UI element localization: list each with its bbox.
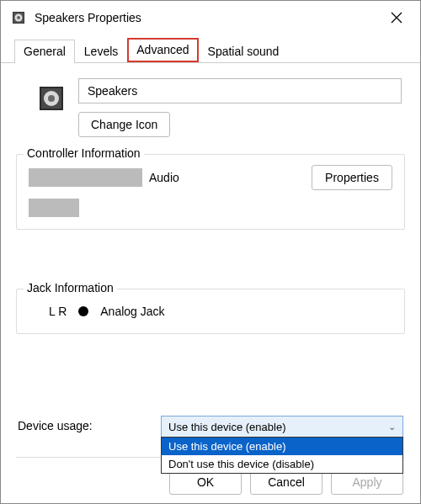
device-usage-label: Device usage: [18,416,161,432]
combobox-option-enable[interactable]: Use this device (enable) [162,438,402,455]
tab-general[interactable]: General [14,40,75,63]
svg-point-3 [17,16,20,19]
jack-color-dot-icon [78,306,88,316]
combobox-selected[interactable]: Use this device (enable) ⌄ [161,416,403,438]
change-icon-button[interactable]: Change Icon [78,112,170,137]
jack-channels: L R [49,305,67,318]
controller-legend: Controller Information [24,146,144,160]
combobox-option-disable[interactable]: Don't use this device (disable) [162,455,402,473]
tab-advanced[interactable]: Advanced [127,38,198,62]
combobox-dropdown: Use this device (enable) Don't use this … [161,437,403,474]
tab-panel-general: Change Icon Controller Information Audio… [1,63,420,334]
controller-name-redacted [29,168,142,187]
speaker-icon [11,10,26,25]
device-name-input[interactable] [78,78,402,103]
chevron-down-icon: ⌄ [388,422,396,432]
svg-point-7 [48,95,55,102]
controller-information-group: Controller Information Audio Properties [16,154,405,230]
controller-suffix: Audio [149,171,179,184]
jack-type: Analog Jack [100,305,164,318]
device-usage-row: Device usage: Use this device (enable) ⌄… [18,416,403,438]
title-bar: Speakers Properties [1,1,420,34]
tab-strip: General Levels Advanced Spatial sound [1,38,420,63]
device-icon [36,83,67,114]
controller-properties-button[interactable]: Properties [312,165,392,190]
tab-levels[interactable]: Levels [75,40,127,63]
combobox-selected-text: Use this device (enable) [168,421,285,433]
jack-legend: Jack Information [24,281,117,294]
close-button[interactable] [380,1,413,34]
tab-spatial-sound[interactable]: Spatial sound [199,40,289,63]
controller-vendor-redacted [29,199,79,217]
jack-information-group: Jack Information L R Analog Jack [16,289,405,334]
window-title: Speakers Properties [35,11,380,24]
device-usage-combobox[interactable]: Use this device (enable) ⌄ Use this devi… [161,416,403,438]
